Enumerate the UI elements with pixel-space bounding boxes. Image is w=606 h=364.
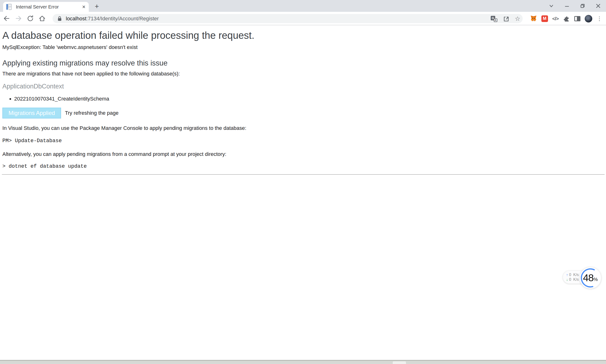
migrations-heading: Applying existing migrations may resolve… (2, 59, 604, 67)
tab-strip: Internal Server Error × + (0, 0, 606, 12)
db-context-name: ApplicationDbContext (2, 83, 604, 90)
bookmark-star-icon[interactable]: ☆ (515, 16, 520, 22)
extensions-puzzle-icon[interactable] (563, 15, 570, 22)
visual-studio-hint: In Visual Studio, you can use the Packag… (2, 125, 604, 131)
translate-icon[interactable]: G A (491, 15, 497, 22)
cli-command: > dotnet ef database update (2, 163, 604, 169)
browser-menu-icon[interactable]: ⋮ (596, 15, 602, 22)
migrations-intro: There are migrations that have not been … (2, 71, 604, 77)
tab-close-icon[interactable]: × (82, 4, 85, 10)
upload-arrow-icon: ↑ (566, 273, 568, 277)
side-panel-icon[interactable] (574, 16, 580, 21)
metamask-icon[interactable] (530, 15, 537, 22)
window-controls (543, 0, 606, 12)
gmail-icon[interactable]: M (541, 15, 548, 22)
share-icon[interactable] (503, 15, 510, 22)
error-title: A database operation failed while proces… (2, 30, 604, 41)
url-text: localhost:7134/Identity/Account/Register (66, 16, 159, 22)
apply-migrations-button[interactable]: Migrations Applied (2, 108, 61, 118)
taskbar-edge[interactable] (0, 360, 606, 364)
tab-search-chevron-icon[interactable] (543, 0, 559, 12)
home-button[interactable] (37, 13, 47, 24)
browser-tab[interactable]: Internal Server Error × (3, 2, 89, 12)
code-extension-icon[interactable]: </> (552, 16, 559, 22)
restore-button[interactable] (575, 0, 590, 12)
address-bar[interactable]: localhost:7134/Identity/Account/Register… (53, 14, 523, 23)
url-host: localhost (66, 16, 86, 22)
migrations-list: 20221010070341_CreateIdentitySchema (2, 96, 604, 102)
url-path: :7134/Identity/Account/Register (86, 16, 159, 22)
minimize-button[interactable] (559, 0, 575, 12)
page-favicon-icon (6, 4, 12, 10)
taskbar-window-notch (393, 361, 406, 364)
progress-circle[interactable]: 48 % (580, 267, 601, 288)
net-speed-overlay[interactable]: ↑ 0 K/s ↓ 0 K/s 48 % (563, 267, 601, 289)
download-arrow-icon: ↓ (566, 277, 568, 281)
divider (2, 174, 605, 175)
migration-item: 20221010070341_CreateIdentitySchema (14, 96, 604, 102)
cli-hint: Alternatively, you can apply pending mig… (2, 151, 604, 157)
close-window-button[interactable] (590, 0, 606, 12)
exception-message: MySqlException: Table 'webmvc.aspnetuser… (2, 44, 604, 50)
progress-arc (580, 267, 601, 288)
error-page: A database operation failed while proces… (0, 26, 606, 175)
forward-button[interactable] (13, 13, 24, 24)
back-button[interactable] (1, 13, 12, 24)
refresh-hint: Try refreshing the page (65, 110, 119, 116)
new-tab-button[interactable]: + (93, 3, 101, 10)
pm-command: PM> Update-Database (2, 138, 604, 144)
lock-icon (57, 16, 62, 22)
profile-avatar[interactable] (585, 15, 592, 23)
reload-button[interactable] (25, 13, 36, 24)
tab-title: Internal Server Error (16, 4, 80, 10)
extensions-row: M </> ⋮ (530, 12, 602, 25)
